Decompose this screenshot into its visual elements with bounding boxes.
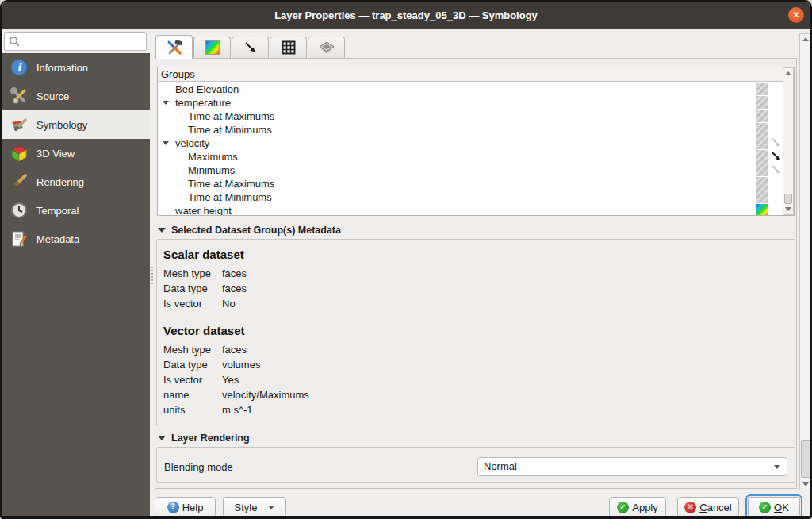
tree-row-water-height[interactable]: water height xyxy=(158,204,783,215)
collapse-arrow-icon[interactable] xyxy=(163,141,169,145)
sidebar-item-label: 3D View xyxy=(36,148,75,160)
tree-row-temperature[interactable]: temperature xyxy=(158,96,783,110)
check-icon: ✓ xyxy=(617,502,629,513)
ok-button[interactable]: ✓ OK xyxy=(748,497,800,517)
scalar-toggle-icon[interactable] xyxy=(756,110,768,122)
scroll-up-icon[interactable] xyxy=(783,68,793,79)
tree-header-groups: Groups xyxy=(158,67,794,82)
scroll-down-icon[interactable] xyxy=(783,204,793,214)
sidebar-item-3d-view[interactable]: 3D View xyxy=(2,139,150,167)
help-button[interactable]: ? Help xyxy=(155,497,216,517)
tree-row-velocity-time-at-maximums[interactable]: Time at Maximums xyxy=(158,177,783,190)
style-button[interactable]: Style xyxy=(223,497,286,517)
sidebar-item-rendering[interactable]: Rendering xyxy=(2,167,150,196)
tree-row-velocity-time-at-minimums[interactable]: Time at Minimums xyxy=(158,190,783,204)
sidebar-search-strip xyxy=(2,29,150,53)
vector-toggle-icon-inactive[interactable] xyxy=(770,136,783,149)
layers-diamond-icon xyxy=(319,40,335,56)
sidebar-item-label: Symbology xyxy=(36,119,87,131)
blending-mode-select[interactable]: Normal xyxy=(477,457,787,476)
tab-vectors[interactable] xyxy=(232,37,269,58)
cube-3d-icon xyxy=(10,144,29,163)
apply-button[interactable]: ✓ Apply xyxy=(609,497,666,517)
tree-scrollbar[interactable] xyxy=(783,67,794,215)
close-icon[interactable]: ✕ xyxy=(788,7,804,23)
titlebar[interactable]: Layer Properties — trap_steady_05_3D — S… xyxy=(2,2,810,29)
splitter-grip-icon xyxy=(151,267,153,284)
scalar-toggle-icon[interactable] xyxy=(756,190,768,203)
sidebar-item-label: Rendering xyxy=(36,176,84,188)
collapse-arrow-icon[interactable] xyxy=(163,101,169,105)
sidebar-item-label: Metadata xyxy=(36,233,79,245)
chevron-down-icon xyxy=(774,465,780,469)
vector-arrow-icon xyxy=(243,40,258,55)
metadata-groupbox: Scalar dataset Mesh typefaces Data typef… xyxy=(156,239,795,425)
tree-body: Bed Elevation temperature Time at Maximu… xyxy=(158,83,783,215)
scalar-toggle-icon-active[interactable] xyxy=(756,204,768,215)
scalar-toggle-icon[interactable] xyxy=(756,150,768,163)
sidebar-item-information[interactable]: i Information xyxy=(2,53,150,82)
symbology-icon xyxy=(10,115,29,134)
check-icon: ✓ xyxy=(759,502,771,513)
dataset-groups-tree: Groups Bed Elevation temperature Time at… xyxy=(157,67,795,216)
tree-row-velocity[interactable]: velocity xyxy=(158,136,783,150)
layer-properties-dialog: Layer Properties — trap_steady_05_3D — S… xyxy=(0,0,812,519)
sidebar-item-source[interactable]: Source xyxy=(2,82,150,110)
table-row: unitsm s^-1 xyxy=(163,402,309,417)
scalar-toggle-icon[interactable] xyxy=(756,96,768,109)
sidebar-item-label: Source xyxy=(36,90,69,102)
tab-stacked-mesh-averaging[interactable] xyxy=(308,37,345,58)
mesh-grid-icon xyxy=(282,40,296,55)
tab-contours[interactable] xyxy=(193,37,231,58)
sidebar-item-label: Information xyxy=(36,62,88,74)
cross-icon: ✕ xyxy=(684,502,696,513)
vector-dataset-table: Mesh typefaces Data typevolumes Is vecto… xyxy=(163,342,309,417)
cancel-button[interactable]: ✕ Cancel xyxy=(677,497,739,517)
help-icon: ? xyxy=(167,502,179,513)
tree-row-temperature-time-at-maximums[interactable]: Time at Maximums xyxy=(158,110,783,123)
tree-row-velocity-maximums[interactable]: Maximums xyxy=(158,150,783,163)
collapse-triangle-icon xyxy=(158,436,166,440)
color-ramp-icon xyxy=(205,40,220,55)
window-title: Layer Properties — trap_steady_05_3D — S… xyxy=(274,10,538,21)
scroll-down-icon[interactable] xyxy=(800,479,811,490)
panel-scrollbar-thumb[interactable] xyxy=(801,440,810,478)
table-row: Mesh typefaces xyxy=(163,266,247,281)
tree-scrollbar-thumb[interactable] xyxy=(784,194,792,204)
sidebar-item-temporal[interactable]: Temporal xyxy=(2,196,150,225)
tree-row-temperature-time-at-minimums[interactable]: Time at Minimums xyxy=(158,123,783,136)
sidebar-item-metadata[interactable]: Metadata xyxy=(2,225,150,253)
scalar-toggle-icon[interactable] xyxy=(756,136,768,149)
scalar-dataset-title: Scalar dataset xyxy=(163,248,795,261)
vector-toggle-icon-active[interactable] xyxy=(770,150,783,163)
scalar-toggle-icon[interactable] xyxy=(756,177,768,190)
tab-rendering-mesh[interactable] xyxy=(270,37,307,58)
sidebar-item-label: Temporal xyxy=(36,205,79,217)
layer-rendering-section-header[interactable]: Layer Rendering xyxy=(158,432,250,444)
sidebar-item-symbology[interactable]: Symbology xyxy=(2,110,150,139)
document-pencil-icon xyxy=(10,229,29,248)
scalar-toggle-icon[interactable] xyxy=(756,163,768,176)
tree-row-velocity-minimums[interactable]: Minimums xyxy=(158,163,783,177)
search-input[interactable] xyxy=(24,33,143,49)
table-row: Is vectorNo xyxy=(163,296,247,311)
tree-row-bed-elevation[interactable]: Bed Elevation xyxy=(158,83,783,96)
paintbrush-icon xyxy=(10,172,29,191)
scalar-toggle-icon[interactable] xyxy=(756,83,768,95)
vector-toggle-icon-inactive[interactable] xyxy=(770,163,783,176)
info-icon: i xyxy=(10,58,29,77)
panel-scrollbar[interactable] xyxy=(799,33,812,490)
search-box[interactable] xyxy=(4,32,147,51)
scroll-up-icon[interactable] xyxy=(800,34,811,44)
search-icon xyxy=(9,36,21,48)
scalar-toggle-icon[interactable] xyxy=(756,123,768,136)
vector-dataset-title: Vector dataset xyxy=(163,324,795,337)
table-row: Data typefaces xyxy=(163,281,247,296)
source-icon xyxy=(10,86,29,106)
clock-icon xyxy=(10,201,29,220)
tab-general-settings[interactable] xyxy=(155,35,193,59)
crossed-tools-icon xyxy=(167,40,182,56)
metadata-section-header[interactable]: Selected Dataset Group(s) Metadata xyxy=(158,225,341,236)
table-row: Data typevolumes xyxy=(163,357,309,372)
sidebar: i Information Source Symbology 3D View xyxy=(2,53,150,517)
